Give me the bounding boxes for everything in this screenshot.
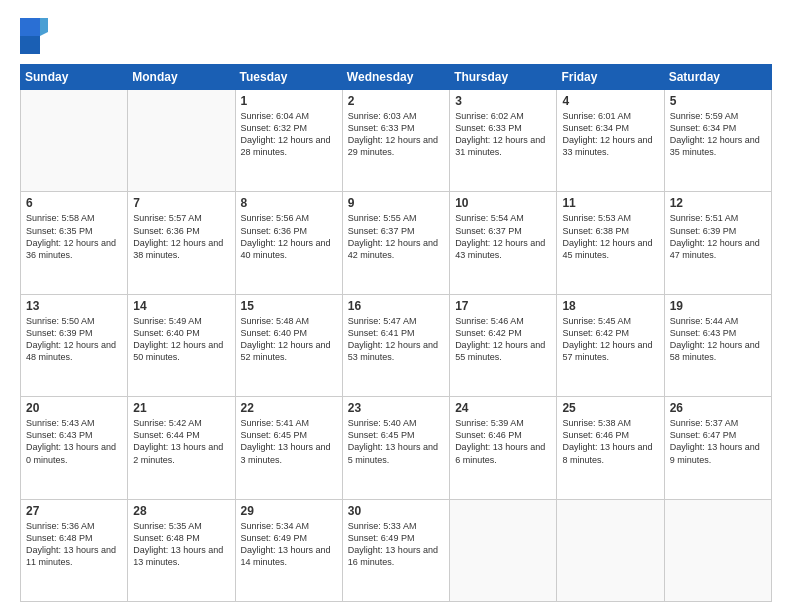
week-row-5: 27Sunrise: 5:36 AM Sunset: 6:48 PM Dayli… (21, 499, 772, 601)
day-cell: 26Sunrise: 5:37 AM Sunset: 6:47 PM Dayli… (664, 397, 771, 499)
week-row-2: 6Sunrise: 5:58 AM Sunset: 6:35 PM Daylig… (21, 192, 772, 294)
day-number: 5 (670, 94, 766, 108)
day-info: Sunrise: 5:58 AM Sunset: 6:35 PM Dayligh… (26, 212, 122, 261)
day-info: Sunrise: 6:02 AM Sunset: 6:33 PM Dayligh… (455, 110, 551, 159)
day-number: 17 (455, 299, 551, 313)
day-info: Sunrise: 5:47 AM Sunset: 6:41 PM Dayligh… (348, 315, 444, 364)
day-cell: 16Sunrise: 5:47 AM Sunset: 6:41 PM Dayli… (342, 294, 449, 396)
weekday-thursday: Thursday (450, 65, 557, 90)
day-cell: 9Sunrise: 5:55 AM Sunset: 6:37 PM Daylig… (342, 192, 449, 294)
day-cell: 17Sunrise: 5:46 AM Sunset: 6:42 PM Dayli… (450, 294, 557, 396)
day-info: Sunrise: 5:42 AM Sunset: 6:44 PM Dayligh… (133, 417, 229, 466)
day-number: 2 (348, 94, 444, 108)
day-info: Sunrise: 5:56 AM Sunset: 6:36 PM Dayligh… (241, 212, 337, 261)
day-number: 28 (133, 504, 229, 518)
day-number: 6 (26, 196, 122, 210)
day-info: Sunrise: 5:50 AM Sunset: 6:39 PM Dayligh… (26, 315, 122, 364)
day-number: 10 (455, 196, 551, 210)
day-info: Sunrise: 5:33 AM Sunset: 6:49 PM Dayligh… (348, 520, 444, 569)
day-cell: 25Sunrise: 5:38 AM Sunset: 6:46 PM Dayli… (557, 397, 664, 499)
weekday-friday: Friday (557, 65, 664, 90)
day-cell: 20Sunrise: 5:43 AM Sunset: 6:43 PM Dayli… (21, 397, 128, 499)
weekday-tuesday: Tuesday (235, 65, 342, 90)
day-cell: 11Sunrise: 5:53 AM Sunset: 6:38 PM Dayli… (557, 192, 664, 294)
day-info: Sunrise: 5:40 AM Sunset: 6:45 PM Dayligh… (348, 417, 444, 466)
day-info: Sunrise: 5:49 AM Sunset: 6:40 PM Dayligh… (133, 315, 229, 364)
calendar-table: SundayMondayTuesdayWednesdayThursdayFrid… (20, 64, 772, 602)
day-number: 14 (133, 299, 229, 313)
day-cell: 29Sunrise: 5:34 AM Sunset: 6:49 PM Dayli… (235, 499, 342, 601)
day-number: 23 (348, 401, 444, 415)
day-number: 25 (562, 401, 658, 415)
day-info: Sunrise: 5:41 AM Sunset: 6:45 PM Dayligh… (241, 417, 337, 466)
day-number: 29 (241, 504, 337, 518)
page: SundayMondayTuesdayWednesdayThursdayFrid… (0, 0, 792, 612)
day-cell: 6Sunrise: 5:58 AM Sunset: 6:35 PM Daylig… (21, 192, 128, 294)
week-row-1: 1Sunrise: 6:04 AM Sunset: 6:32 PM Daylig… (21, 90, 772, 192)
day-cell: 7Sunrise: 5:57 AM Sunset: 6:36 PM Daylig… (128, 192, 235, 294)
day-number: 22 (241, 401, 337, 415)
day-number: 24 (455, 401, 551, 415)
day-number: 19 (670, 299, 766, 313)
logo-icon (20, 18, 48, 54)
day-info: Sunrise: 5:35 AM Sunset: 6:48 PM Dayligh… (133, 520, 229, 569)
day-cell: 28Sunrise: 5:35 AM Sunset: 6:48 PM Dayli… (128, 499, 235, 601)
day-number: 16 (348, 299, 444, 313)
day-number: 18 (562, 299, 658, 313)
day-number: 1 (241, 94, 337, 108)
day-info: Sunrise: 5:46 AM Sunset: 6:42 PM Dayligh… (455, 315, 551, 364)
week-row-3: 13Sunrise: 5:50 AM Sunset: 6:39 PM Dayli… (21, 294, 772, 396)
day-info: Sunrise: 5:36 AM Sunset: 6:48 PM Dayligh… (26, 520, 122, 569)
day-number: 12 (670, 196, 766, 210)
day-info: Sunrise: 5:48 AM Sunset: 6:40 PM Dayligh… (241, 315, 337, 364)
day-info: Sunrise: 5:57 AM Sunset: 6:36 PM Dayligh… (133, 212, 229, 261)
day-cell: 12Sunrise: 5:51 AM Sunset: 6:39 PM Dayli… (664, 192, 771, 294)
day-number: 13 (26, 299, 122, 313)
day-info: Sunrise: 6:01 AM Sunset: 6:34 PM Dayligh… (562, 110, 658, 159)
day-cell (664, 499, 771, 601)
header (20, 18, 772, 54)
day-number: 27 (26, 504, 122, 518)
day-cell: 24Sunrise: 5:39 AM Sunset: 6:46 PM Dayli… (450, 397, 557, 499)
day-info: Sunrise: 6:04 AM Sunset: 6:32 PM Dayligh… (241, 110, 337, 159)
day-cell (21, 90, 128, 192)
day-info: Sunrise: 5:54 AM Sunset: 6:37 PM Dayligh… (455, 212, 551, 261)
day-info: Sunrise: 6:03 AM Sunset: 6:33 PM Dayligh… (348, 110, 444, 159)
day-cell (450, 499, 557, 601)
weekday-wednesday: Wednesday (342, 65, 449, 90)
day-number: 15 (241, 299, 337, 313)
day-cell: 14Sunrise: 5:49 AM Sunset: 6:40 PM Dayli… (128, 294, 235, 396)
svg-rect-2 (20, 18, 40, 36)
day-cell: 30Sunrise: 5:33 AM Sunset: 6:49 PM Dayli… (342, 499, 449, 601)
logo (20, 18, 48, 54)
day-number: 11 (562, 196, 658, 210)
day-cell: 8Sunrise: 5:56 AM Sunset: 6:36 PM Daylig… (235, 192, 342, 294)
day-cell: 2Sunrise: 6:03 AM Sunset: 6:33 PM Daylig… (342, 90, 449, 192)
weekday-saturday: Saturday (664, 65, 771, 90)
day-info: Sunrise: 5:37 AM Sunset: 6:47 PM Dayligh… (670, 417, 766, 466)
weekday-header-row: SundayMondayTuesdayWednesdayThursdayFrid… (21, 65, 772, 90)
day-cell: 3Sunrise: 6:02 AM Sunset: 6:33 PM Daylig… (450, 90, 557, 192)
day-number: 4 (562, 94, 658, 108)
day-cell: 13Sunrise: 5:50 AM Sunset: 6:39 PM Dayli… (21, 294, 128, 396)
day-cell: 18Sunrise: 5:45 AM Sunset: 6:42 PM Dayli… (557, 294, 664, 396)
day-cell: 23Sunrise: 5:40 AM Sunset: 6:45 PM Dayli… (342, 397, 449, 499)
day-cell: 27Sunrise: 5:36 AM Sunset: 6:48 PM Dayli… (21, 499, 128, 601)
day-cell: 15Sunrise: 5:48 AM Sunset: 6:40 PM Dayli… (235, 294, 342, 396)
day-info: Sunrise: 5:38 AM Sunset: 6:46 PM Dayligh… (562, 417, 658, 466)
day-cell: 10Sunrise: 5:54 AM Sunset: 6:37 PM Dayli… (450, 192, 557, 294)
day-info: Sunrise: 5:51 AM Sunset: 6:39 PM Dayligh… (670, 212, 766, 261)
day-number: 7 (133, 196, 229, 210)
day-number: 21 (133, 401, 229, 415)
week-row-4: 20Sunrise: 5:43 AM Sunset: 6:43 PM Dayli… (21, 397, 772, 499)
day-cell (128, 90, 235, 192)
day-cell (557, 499, 664, 601)
day-info: Sunrise: 5:53 AM Sunset: 6:38 PM Dayligh… (562, 212, 658, 261)
day-info: Sunrise: 5:55 AM Sunset: 6:37 PM Dayligh… (348, 212, 444, 261)
day-number: 20 (26, 401, 122, 415)
day-number: 9 (348, 196, 444, 210)
day-info: Sunrise: 5:43 AM Sunset: 6:43 PM Dayligh… (26, 417, 122, 466)
weekday-monday: Monday (128, 65, 235, 90)
day-cell: 4Sunrise: 6:01 AM Sunset: 6:34 PM Daylig… (557, 90, 664, 192)
day-number: 26 (670, 401, 766, 415)
